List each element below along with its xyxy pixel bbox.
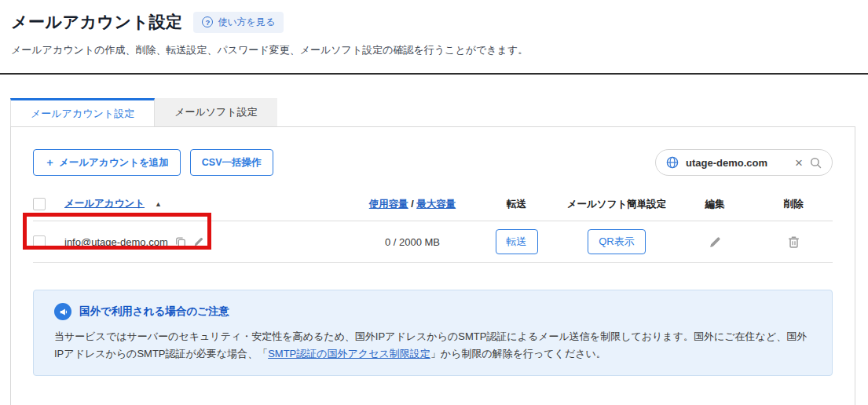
header-divider — [0, 73, 868, 75]
sort-usage-header[interactable]: 使用容量 — [369, 199, 408, 210]
email-address: info@utage-demo.com — [64, 236, 168, 248]
question-icon: ? — [202, 16, 213, 27]
table-row: info@utage-demo.com 0 / 2000 MB 転送 QR表示 — [33, 221, 833, 263]
clear-search-icon[interactable]: × — [795, 156, 803, 170]
announcement-icon — [54, 303, 71, 320]
csv-bulk-button[interactable]: CSV一括操作 — [190, 149, 273, 176]
delete-icon[interactable] — [787, 235, 800, 249]
add-mail-account-label: メールアカウントを追加 — [59, 156, 169, 170]
table-header-row: メールアカウント ▲ 使用容量 / 最大容量 転送 メールソフト簡単設定 編集 … — [33, 196, 833, 221]
edit-icon[interactable] — [709, 235, 722, 249]
notice-body: 当サービスではサーバーのセキュリティ・安定性を高めるため、国外IPアドレスからの… — [54, 328, 811, 363]
copy-icon[interactable] — [175, 236, 186, 247]
notice-text-after-link: 」から制限の解除を行ってください。 — [430, 348, 606, 359]
domain-search-input[interactable] — [686, 157, 788, 169]
tab-bar: メールアカウント設定 メールソフト設定 — [10, 98, 868, 126]
sort-max-capacity-header[interactable]: 最大容量 — [416, 199, 456, 210]
overseas-usage-notice: 国外で利用される場合のご注意 当サービスではサーバーのセキュリティ・安定性を高め… — [33, 290, 833, 376]
globe-icon — [666, 156, 679, 169]
qr-display-button[interactable]: QR表示 — [588, 229, 646, 254]
usage-header-separator: / — [408, 199, 416, 210]
edit-password-icon[interactable] — [193, 236, 204, 247]
help-link[interactable]: ? 使い方を見る — [193, 12, 284, 33]
add-mail-account-button[interactable]: ＋ メールアカウントを追加 — [33, 149, 181, 176]
edit-header: 編集 — [705, 199, 725, 210]
page-description: メールアカウントの作成、削除、転送設定、パスワード変更、メールソフト設定の確認を… — [11, 43, 868, 57]
domain-search-box[interactable]: × — [655, 149, 833, 176]
toolbar: ＋ メールアカウントを追加 CSV一括操作 × — [33, 149, 833, 176]
notice-title: 国外で利用される場合のご注意 — [79, 305, 229, 319]
delete-header: 削除 — [784, 199, 804, 210]
usage-value: 0 / 2000 MB — [385, 236, 440, 248]
forward-header: 転送 — [507, 199, 526, 210]
forward-button[interactable]: 転送 — [496, 229, 538, 254]
page-header: メールアカウント設定 ? 使い方を見る メールアカウントの作成、削除、転送設定、… — [0, 0, 868, 57]
plus-icon: ＋ — [45, 155, 55, 170]
help-link-label: 使い方を見る — [218, 16, 275, 29]
page-title: メールアカウント設定 — [11, 11, 182, 33]
sort-account-header[interactable]: メールアカウント — [64, 197, 145, 210]
smtp-restriction-settings-link[interactable]: SMTP認証の国外アクセス制限設定 — [268, 348, 430, 359]
tab-mail-account-settings[interactable]: メールアカウント設定 — [10, 98, 155, 126]
tab-mail-software-settings[interactable]: メールソフト設定 — [155, 98, 277, 126]
row-checkbox[interactable] — [33, 235, 46, 248]
mail-account-panel: ＋ メールアカウントを追加 CSV一括操作 × — [10, 126, 855, 405]
mailsoft-setup-header: メールソフト簡単設定 — [567, 199, 666, 210]
mail-account-table: メールアカウント ▲ 使用容量 / 最大容量 転送 メールソフト簡単設定 編集 … — [33, 196, 833, 263]
select-all-checkbox[interactable] — [33, 198, 46, 210]
sort-ascending-icon: ▲ — [155, 200, 162, 208]
search-icon[interactable] — [810, 157, 822, 169]
